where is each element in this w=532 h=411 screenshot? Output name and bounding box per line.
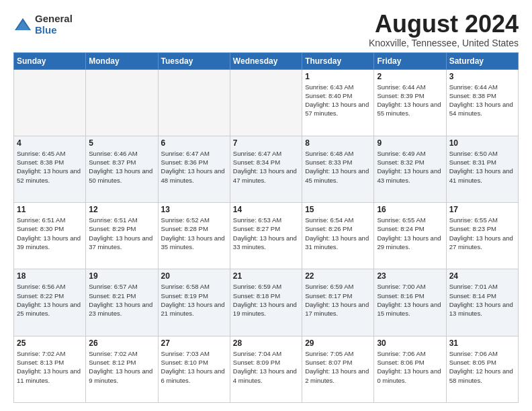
day-info: Sunrise: 6:53 AM Sunset: 8:27 PM Dayligh… [233,216,299,251]
weekday-header-thursday: Thursday [302,52,374,69]
day-info: Sunrise: 6:48 AM Sunset: 8:33 PM Dayligh… [305,149,371,185]
day-info: Sunrise: 7:00 AM Sunset: 8:16 PM Dayligh… [377,282,443,318]
calendar-cell: 30Sunrise: 7:06 AM Sunset: 8:06 PM Dayli… [374,336,446,402]
page: General Blue August 2024 Knoxville, Tenn… [0,0,532,411]
logo-text: General Blue [35,13,73,36]
day-number: 26 [89,338,154,348]
calendar-cell: 25Sunrise: 7:02 AM Sunset: 8:13 PM Dayli… [14,336,86,402]
day-number: 30 [377,338,443,348]
day-info: Sunrise: 6:57 AM Sunset: 8:21 PM Dayligh… [89,282,154,318]
day-number: 14 [233,205,299,214]
calendar-cell: 24Sunrise: 7:01 AM Sunset: 8:14 PM Dayli… [446,269,518,336]
weekday-header-row: SundayMondayTuesdayWednesdayThursdayFrid… [14,52,519,69]
calendar-cell: 6Sunrise: 6:47 AM Sunset: 8:36 PM Daylig… [158,136,230,202]
day-info: Sunrise: 7:01 AM Sunset: 8:14 PM Dayligh… [449,282,515,318]
day-info: Sunrise: 7:06 AM Sunset: 8:05 PM Dayligh… [449,349,515,385]
day-info: Sunrise: 6:49 AM Sunset: 8:32 PM Dayligh… [377,149,443,185]
day-number: 28 [233,338,299,348]
day-info: Sunrise: 7:02 AM Sunset: 8:13 PM Dayligh… [17,349,83,385]
day-number: 6 [161,138,227,148]
day-info: Sunrise: 6:47 AM Sunset: 8:36 PM Dayligh… [161,149,227,185]
calendar-cell: 11Sunrise: 6:51 AM Sunset: 8:30 PM Dayli… [14,203,86,269]
day-number: 20 [161,271,227,281]
calendar-cell: 17Sunrise: 6:55 AM Sunset: 8:23 PM Dayli… [446,203,518,269]
day-info: Sunrise: 6:59 AM Sunset: 8:18 PM Dayligh… [233,282,299,318]
header: General Blue August 2024 Knoxville, Tenn… [13,11,519,48]
calendar-week-3: 11Sunrise: 6:51 AM Sunset: 8:30 PM Dayli… [14,203,519,269]
day-number: 12 [89,205,154,214]
calendar-cell: 8Sunrise: 6:48 AM Sunset: 8:33 PM Daylig… [302,136,374,202]
day-number: 8 [305,138,371,148]
calendar-week-5: 25Sunrise: 7:02 AM Sunset: 8:13 PM Dayli… [14,336,519,402]
calendar-cell: 29Sunrise: 7:05 AM Sunset: 8:07 PM Dayli… [302,336,374,402]
calendar-cell: 26Sunrise: 7:02 AM Sunset: 8:12 PM Dayli… [86,336,158,402]
calendar-cell: 9Sunrise: 6:49 AM Sunset: 8:32 PM Daylig… [374,136,446,202]
calendar-cell: 5Sunrise: 6:46 AM Sunset: 8:37 PM Daylig… [86,136,158,202]
logo-blue: Blue [35,25,73,36]
day-info: Sunrise: 6:56 AM Sunset: 8:22 PM Dayligh… [17,282,83,318]
day-number: 25 [17,338,83,348]
calendar-cell: 22Sunrise: 6:59 AM Sunset: 8:17 PM Dayli… [302,269,374,336]
calendar-cell [230,69,302,136]
calendar-cell: 21Sunrise: 6:59 AM Sunset: 8:18 PM Dayli… [230,269,302,336]
day-number: 2 [377,72,443,81]
calendar-cell: 4Sunrise: 6:45 AM Sunset: 8:38 PM Daylig… [14,136,86,202]
title-block: August 2024 Knoxville, Tennessee, United… [369,11,519,48]
calendar-cell [158,69,230,136]
calendar-cell: 1Sunrise: 6:43 AM Sunset: 8:40 PM Daylig… [302,69,374,136]
day-number: 9 [377,138,443,148]
weekday-header-monday: Monday [86,52,158,69]
day-info: Sunrise: 7:02 AM Sunset: 8:12 PM Dayligh… [89,349,154,385]
day-info: Sunrise: 6:45 AM Sunset: 8:38 PM Dayligh… [17,149,83,185]
day-number: 15 [305,205,371,214]
calendar-cell: 10Sunrise: 6:50 AM Sunset: 8:31 PM Dayli… [446,136,518,202]
day-info: Sunrise: 7:04 AM Sunset: 8:09 PM Dayligh… [233,349,299,385]
day-info: Sunrise: 6:44 AM Sunset: 8:38 PM Dayligh… [449,83,515,118]
day-info: Sunrise: 6:46 AM Sunset: 8:37 PM Dayligh… [89,149,154,185]
day-number: 16 [377,205,443,214]
calendar-cell: 19Sunrise: 6:57 AM Sunset: 8:21 PM Dayli… [86,269,158,336]
day-number: 13 [161,205,227,214]
day-info: Sunrise: 6:47 AM Sunset: 8:34 PM Dayligh… [233,149,299,185]
day-info: Sunrise: 6:55 AM Sunset: 8:23 PM Dayligh… [449,216,515,251]
weekday-header-friday: Friday [374,52,446,69]
calendar-cell: 3Sunrise: 6:44 AM Sunset: 8:38 PM Daylig… [446,69,518,136]
calendar-cell: 2Sunrise: 6:44 AM Sunset: 8:39 PM Daylig… [374,69,446,136]
day-info: Sunrise: 6:54 AM Sunset: 8:26 PM Dayligh… [305,216,371,251]
day-number: 10 [449,138,515,148]
calendar-cell: 28Sunrise: 7:04 AM Sunset: 8:09 PM Dayli… [230,336,302,402]
day-info: Sunrise: 7:03 AM Sunset: 8:10 PM Dayligh… [161,349,227,385]
day-info: Sunrise: 6:58 AM Sunset: 8:19 PM Dayligh… [161,282,227,318]
day-number: 11 [17,205,83,214]
day-number: 21 [233,271,299,281]
day-info: Sunrise: 6:44 AM Sunset: 8:39 PM Dayligh… [377,83,443,118]
day-number: 29 [305,338,371,348]
calendar-week-4: 18Sunrise: 6:56 AM Sunset: 8:22 PM Dayli… [14,269,519,336]
day-number: 19 [89,271,154,281]
weekday-header-wednesday: Wednesday [230,52,302,69]
calendar-cell: 13Sunrise: 6:52 AM Sunset: 8:28 PM Dayli… [158,203,230,269]
day-number: 31 [449,338,515,348]
calendar-week-2: 4Sunrise: 6:45 AM Sunset: 8:38 PM Daylig… [14,136,519,202]
weekday-header-saturday: Saturday [446,52,518,69]
weekday-header-sunday: Sunday [14,52,86,69]
logo-icon [13,15,32,34]
calendar-cell: 18Sunrise: 6:56 AM Sunset: 8:22 PM Dayli… [14,269,86,336]
day-info: Sunrise: 7:05 AM Sunset: 8:07 PM Dayligh… [305,349,371,385]
day-info: Sunrise: 6:52 AM Sunset: 8:28 PM Dayligh… [161,216,227,251]
calendar-week-1: 1Sunrise: 6:43 AM Sunset: 8:40 PM Daylig… [14,69,519,136]
day-info: Sunrise: 6:51 AM Sunset: 8:29 PM Dayligh… [89,216,154,251]
day-info: Sunrise: 6:55 AM Sunset: 8:24 PM Dayligh… [377,216,443,251]
day-info: Sunrise: 6:59 AM Sunset: 8:17 PM Dayligh… [305,282,371,318]
day-number: 22 [305,271,371,281]
calendar-cell: 31Sunrise: 7:06 AM Sunset: 8:05 PM Dayli… [446,336,518,402]
logo-general: General [35,13,73,25]
day-info: Sunrise: 7:06 AM Sunset: 8:06 PM Dayligh… [377,349,443,385]
calendar-cell: 27Sunrise: 7:03 AM Sunset: 8:10 PM Dayli… [158,336,230,402]
month-title: August 2024 [369,11,519,38]
calendar-cell: 15Sunrise: 6:54 AM Sunset: 8:26 PM Dayli… [302,203,374,269]
day-info: Sunrise: 6:43 AM Sunset: 8:40 PM Dayligh… [305,83,371,118]
day-number: 3 [449,72,515,81]
day-number: 7 [233,138,299,148]
day-number: 4 [17,138,83,148]
